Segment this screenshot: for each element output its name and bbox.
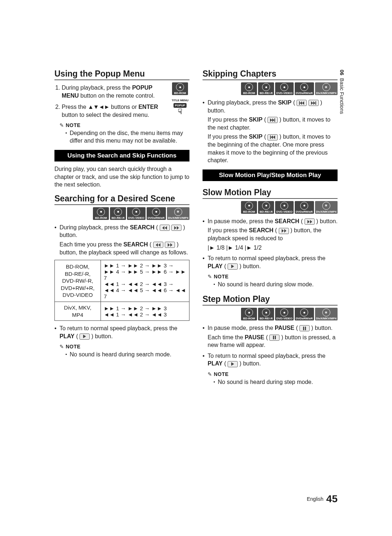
footer-page-number: 45 [326, 493, 338, 504]
speed-table-values: ►► 1 → ►► 2 → ►► 3 ◄◄ 1 → ◄◄ 2 → ◄◄ 3 [101, 302, 189, 321]
footer-lang: English [307, 496, 323, 502]
disc-badge: DVD±RW/±R [295, 82, 314, 95]
play-button-icon [79, 334, 90, 340]
chapter-title: Basic Functions [339, 78, 345, 114]
note-label: NOTE [208, 274, 338, 279]
step-note: No sound is heard during step mode. [203, 379, 338, 386]
slow-note-item: No sound is heard during slow mode. [213, 281, 338, 289]
skip-prev-button-icon [268, 134, 278, 140]
skip-prev-button-icon [297, 100, 307, 106]
search-skip-intro: During play, you can search quickly thro… [54, 165, 189, 189]
slow-bullets: In pause mode, press the SEARCH ( ) butt… [203, 217, 338, 270]
disc-support-row: BD-ROM BD-RE/-R DVD-VIDEO DVD±RW/±R ✲Div… [203, 82, 338, 95]
return-bullet: To return to normal speed playback, pres… [54, 324, 189, 340]
disc-badge: DVD-VIDEO [127, 207, 145, 220]
rewind-button-icon [160, 225, 170, 231]
disc-support-row: BD-ROM BD-RE/-R DVD-VIDEO DVD±RW/±R ✲Div… [203, 308, 338, 320]
popup-note: Depending on the disc, the menu items ma… [54, 130, 189, 145]
step-bullets: In pause mode, press the PAUSE ( ) butto… [203, 324, 338, 368]
side-tab: 06 Basic Functions [339, 70, 345, 114]
search-bullet-1: During playback, press the SEARCH ( ) bu… [54, 224, 189, 256]
speed-table-values: ►► 1 → ►► 2 → ►► 3 → ►► 4 → ►► 5 → ►► 6 … [101, 260, 189, 302]
popup-menu-graphic: BD-ROM TITLE MENU POPUP ☟ [171, 82, 189, 115]
disc-badge: DVD-VIDEO [275, 201, 293, 214]
disc-badge: BD-ROM [241, 201, 257, 214]
heading-step-motion: Step Motion Play [203, 294, 338, 306]
pause-button-icon [269, 335, 279, 341]
title-menu-label: TITLE MENU [171, 99, 189, 102]
heading-popup-menu: Using the Popup Menu [54, 69, 189, 80]
bar-search-skip: Using the Search and Skip Functions [54, 150, 189, 161]
slow-bullet-return: To return to normal speed playback, pres… [203, 254, 338, 270]
rewind-button-icon [153, 242, 163, 248]
disc-badge: ✲DivX/MKV/MP4 [315, 201, 338, 214]
hand-icon: ☟ [171, 108, 189, 115]
search-bullets: During playback, press the SEARCH ( ) bu… [54, 224, 189, 256]
skip-bullets: During playback, press the SKIP ( ) butt… [203, 99, 338, 164]
table-row: DivX, MKV, MP4 ►► 1 → ►► 2 → ►► 3 ◄◄ 1 →… [55, 302, 189, 321]
disc-badge: BD-ROM [241, 308, 257, 320]
disc-badge: BD-ROM [93, 207, 109, 220]
skip-next-button-icon [309, 100, 319, 106]
play-button-icon [228, 263, 238, 270]
table-row: BD-ROM, BD-RE/-R, DVD-RW/-R, DVD+RW/+R, … [55, 260, 189, 302]
disc-badge: DVD-VIDEO [275, 308, 293, 320]
fastforward-button-icon [279, 228, 289, 234]
content-columns: Using the Popup Menu BD-ROM TITLE MENU P… [54, 69, 338, 390]
disc-support-row: BD-ROM BD-RE/-R DVD-VIDEO DVD±RW/±R ✲Div… [54, 207, 189, 220]
slow-note: No sound is heard during slow mode. [203, 281, 338, 289]
disc-badge: BD-RE/-R [258, 308, 274, 320]
fastforward-button-icon [171, 225, 181, 231]
disc-badge: DVD±RW/±R [295, 308, 314, 320]
disc-badge: BD-RE/-R [258, 201, 274, 214]
left-column: Using the Popup Menu BD-ROM TITLE MENU P… [54, 69, 189, 390]
disc-badge: BD-RE/-R [258, 82, 274, 95]
speed-table: BD-ROM, BD-RE/-R, DVD-RW/-R, DVD+RW/+R, … [54, 260, 189, 321]
search-note: No sound is heard during search mode. [54, 351, 189, 359]
page-footer: English 45 [307, 493, 338, 505]
chapter-number: 06 [339, 70, 345, 75]
disc-badge: ✲DivX/MKV/MP4 [167, 207, 189, 220]
play-button-icon [228, 361, 238, 367]
disc-support-row: BD-ROM BD-RE/-R DVD-VIDEO DVD±RW/±R ✲Div… [203, 201, 338, 214]
skip-next-button-icon [268, 117, 278, 123]
slow-bullet-1: In pause mode, press the SEARCH ( ) butt… [203, 217, 338, 251]
disc-badge: BD-ROM [241, 82, 257, 95]
step-bullet-1: In pause mode, press the PAUSE ( ) butto… [203, 324, 338, 349]
popup-steps: During playback, press the POPUP MENU bu… [54, 84, 189, 119]
heading-slow-motion: Slow Motion Play [203, 188, 338, 199]
disc-badge: ✲DivX/MKV/MP4 [315, 308, 338, 320]
popup-note-item: Depending on the disc, the menu items ma… [65, 130, 189, 145]
slow-speeds: |► 1/8 |► 1/4 |► 1/2 [208, 244, 338, 252]
speed-table-label: DivX, MKV, MP4 [55, 302, 101, 321]
disc-badge: BD-RE/-R [110, 207, 126, 220]
disc-badge: DVD±RW/±R [295, 201, 314, 214]
fastforward-button-icon [165, 242, 175, 248]
note-label: NOTE [60, 344, 189, 349]
heading-search-scene: Searching for a Desired Scene [54, 194, 189, 205]
search-note-item: No sound is heard during search mode. [65, 351, 189, 359]
speed-table-label: BD-ROM, BD-RE/-R, DVD-RW/-R, DVD+RW/+R, … [55, 260, 101, 302]
manual-page: 06 Basic Functions Using the Popup Menu … [0, 0, 392, 536]
note-label: NOTE [208, 371, 338, 377]
disc-badge-bdrom: BD-ROM [172, 82, 188, 95]
return-play: To return to normal speed playback, pres… [54, 324, 189, 340]
disc-badge: DVD±RW/±R [147, 207, 166, 220]
disc-badge: ✲DivX/MKV/MP4 [315, 82, 338, 95]
skip-bullet-1: During playback, press the SKIP ( ) butt… [203, 99, 338, 164]
step-bullet-return: To return to normal speed playback, pres… [203, 352, 338, 368]
bar-slow-step: Slow Motion Play/Step Motion Play [203, 169, 338, 181]
step-note-item: No sound is heard during step mode. [213, 379, 338, 386]
disc-badge: DVD-VIDEO [275, 82, 293, 95]
fastforward-button-icon [305, 218, 315, 225]
heading-skip-chapters: Skipping Chapters [203, 69, 338, 80]
pause-button-icon [299, 325, 310, 331]
note-label: NOTE [60, 122, 189, 128]
right-column: Skipping Chapters BD-ROM BD-RE/-R DVD-VI… [203, 69, 338, 390]
